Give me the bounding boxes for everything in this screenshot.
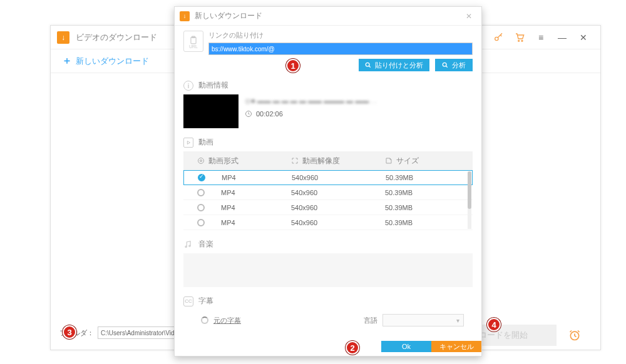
music-section: 音楽	[183, 239, 473, 287]
video-icon	[183, 138, 193, 148]
search-icon	[442, 62, 448, 68]
svg-point-1	[518, 40, 520, 41]
search-icon	[365, 62, 371, 68]
svg-point-7	[443, 63, 446, 66]
table-body: MP4 540x960 50.39MB MP4 540x960 50.39MB …	[183, 170, 473, 230]
menu-icon[interactable]: ≡	[530, 29, 552, 46]
row-radio[interactable]	[198, 174, 205, 181]
th-resolution: 動画解像度	[302, 156, 340, 166]
table-header: 動画形式 動画解像度 サイズ	[183, 151, 473, 170]
annotation-badge-2: 2	[346, 341, 359, 355]
table-row[interactable]: MP4 540x960 50.39MB	[183, 215, 473, 230]
annotation-badge-1: 1	[286, 59, 300, 73]
minimize-button[interactable]: —	[552, 29, 573, 46]
subtitle-section: CC 字幕 元の字幕 言語 ▾	[183, 296, 473, 326]
cart-icon[interactable]	[509, 29, 530, 46]
row-radio[interactable]	[197, 204, 205, 211]
dialog-titlebar: ↓ 新しいダウンロード ✕	[175, 7, 481, 26]
video-section-label: 動画	[198, 137, 213, 148]
schedule-button[interactable]	[564, 325, 585, 346]
new-download-dialog: ↓ 新しいダウンロード ✕ URL リンクの貼り付け bs://www.tikt…	[174, 6, 482, 356]
close-button[interactable]: ✕	[573, 29, 594, 46]
table-row[interactable]: MP4 540x960 50.39MB	[183, 170, 473, 185]
video-filename: ◎■ ▬▬ ▬ ▬ ▬ ▬ ▬▬ ▬▬▬ ▬ ▬▬ . .	[245, 97, 473, 105]
svg-point-12	[185, 246, 187, 247]
row-radio[interactable]	[197, 189, 205, 196]
dialog-close-button[interactable]: ✕	[461, 12, 476, 21]
music-icon	[183, 240, 193, 249]
folder-path-input[interactable]	[98, 326, 179, 339]
svg-marker-9	[187, 141, 190, 144]
format-icon	[197, 157, 205, 164]
ok-button[interactable]: Ok	[381, 341, 431, 352]
video-info-section: i 動画情報 ◎■ ▬▬ ▬ ▬ ▬ ▬ ▬▬ ▬▬▬ ▬ ▬▬ . . 00:…	[183, 80, 473, 128]
chevron-down-icon: ▾	[456, 317, 459, 324]
dialog-logo: ↓	[180, 11, 190, 21]
url-icon: URL	[183, 31, 203, 52]
row-radio[interactable]	[197, 219, 205, 226]
clock-icon	[245, 110, 252, 118]
analyze-button[interactable]: 分析	[435, 59, 473, 71]
app-title: ビデオのダウンロード	[76, 32, 157, 43]
language-select[interactable]: ▾	[382, 314, 464, 326]
table-row[interactable]: MP4 540x960 50.39MB	[183, 185, 473, 200]
scrollbar-thumb[interactable]	[468, 171, 471, 209]
dialog-footer: Ok キャンセル	[175, 341, 481, 356]
key-icon[interactable]	[488, 29, 509, 46]
app-logo: ↓	[57, 31, 69, 44]
url-input[interactable]: bs://www.tiktok.com/@	[208, 43, 473, 55]
new-download-label: 新しいダウンロード	[76, 56, 149, 67]
table-row[interactable]: MP4 540x960 50.39MB	[183, 200, 473, 215]
svg-point-11	[200, 160, 202, 162]
music-empty-area	[183, 253, 473, 287]
size-icon	[385, 157, 393, 164]
music-section-label: 音楽	[198, 239, 213, 250]
video-duration-row: 00:02:06	[245, 110, 473, 118]
cancel-button[interactable]: キャンセル	[431, 341, 481, 352]
language-label: 言語	[364, 316, 377, 325]
svg-point-2	[521, 40, 523, 41]
paste-analyze-button[interactable]: 貼り付けと分析	[359, 59, 429, 71]
subtitle-section-label: 字幕	[198, 296, 213, 306]
video-thumbnail	[183, 94, 239, 128]
url-block: URL リンクの貼り付け bs://www.tiktok.com/@ 貼り付けと…	[183, 31, 473, 71]
th-format: 動画形式	[208, 156, 239, 166]
svg-point-6	[366, 63, 369, 66]
video-section: 動画 動画形式 動画解像度 サイズ MP4	[183, 137, 473, 230]
annotation-badge-4: 4	[487, 318, 501, 331]
dialog-title: 新しいダウンロード	[195, 11, 262, 21]
svg-point-10	[198, 158, 204, 164]
video-info-label: 動画情報	[198, 80, 228, 91]
th-size: サイズ	[396, 156, 419, 166]
video-duration: 00:02:06	[256, 110, 283, 118]
annotation-badge-3: 3	[63, 325, 76, 339]
resolution-icon	[291, 157, 299, 164]
loading-spinner	[201, 316, 208, 324]
original-subtitle-link[interactable]: 元の字幕	[213, 316, 241, 325]
cc-icon: CC	[183, 296, 193, 306]
url-label: リンクの貼り付け	[208, 31, 473, 40]
info-icon: i	[183, 81, 193, 91]
svg-point-13	[189, 245, 190, 246]
plus-icon: ＋	[62, 54, 72, 68]
